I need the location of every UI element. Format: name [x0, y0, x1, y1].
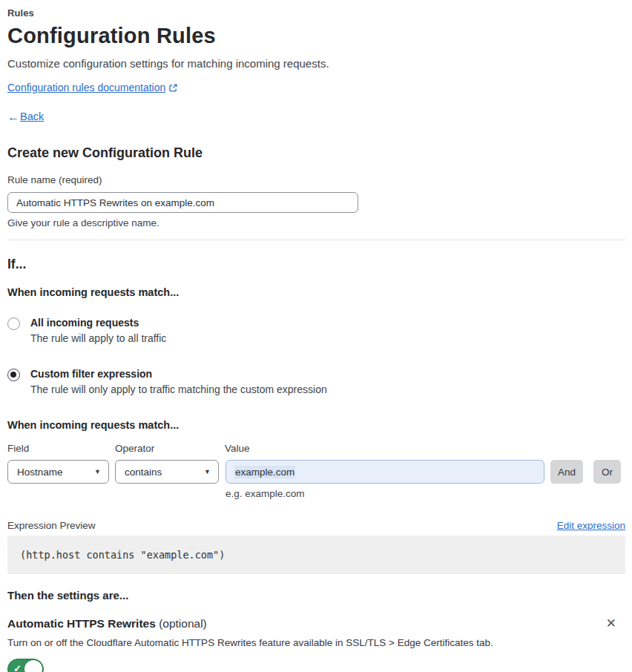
value-label: Value — [225, 443, 250, 455]
if-heading: If... — [7, 257, 625, 272]
radio-label: Custom filter expression — [30, 368, 327, 381]
radio-label: All incoming requests — [30, 317, 166, 329]
operator-select-value: contains — [125, 467, 162, 478]
rule-name-helper: Give your rule a descriptive name. — [7, 217, 625, 229]
edit-expression-link[interactable]: Edit expression — [557, 520, 625, 532]
breadcrumb: Rules — [7, 7, 625, 19]
automatic-https-rewrites-toggle[interactable]: ✓ — [7, 659, 44, 672]
expression-preview-label: Expression Preview — [7, 520, 96, 532]
back-link[interactable]: Back — [20, 111, 44, 123]
expression-code-box: (http.host contains "example.com") — [7, 536, 625, 574]
setting-title: Automatic HTTPS Rewrites — [7, 617, 156, 630]
match-type-heading: When incoming requests match... — [7, 286, 625, 299]
documentation-link-row: Configuration rules documentation — [7, 82, 625, 94]
external-link-icon — [168, 83, 178, 93]
documentation-link[interactable]: Configuration rules documentation — [7, 82, 165, 94]
configuration-rules-page: Rules Configuration Rules Customize conf… — [0, 0, 632, 672]
create-rule-heading: Create new Configuration Rule — [7, 145, 625, 161]
or-button[interactable]: Or — [593, 460, 621, 484]
value-helper: e.g. example.com — [226, 488, 625, 500]
check-icon: ✓ — [13, 663, 22, 672]
value-input-text: example.com — [234, 466, 295, 478]
chevron-down-icon: ▼ — [94, 468, 101, 475]
field-select-value: Hostname — [17, 467, 63, 478]
back-link-row: ← Back — [7, 111, 625, 123]
section-divider — [7, 240, 625, 240]
radio-description: The rule will only apply to traffic matc… — [30, 383, 327, 396]
radio-selected-icon[interactable] — [7, 369, 20, 381]
operator-label: Operator — [115, 443, 225, 455]
radio-option-custom-filter[interactable]: Custom filter expression The rule will o… — [7, 368, 625, 396]
builder-controls-row: Hostname ▼ contains ▼ example.com And Or — [7, 460, 625, 484]
rule-name-label: Rule name (required) — [7, 174, 625, 186]
expression-preview-row: Expression Preview Edit expression — [7, 520, 625, 532]
builder-labels-row: Field Operator Value — [7, 443, 625, 455]
radio-option-all-requests[interactable]: All incoming requests The rule will appl… — [7, 317, 625, 345]
setting-description: Turn on or off the Cloudflare Automatic … — [7, 637, 625, 649]
toggle-knob — [24, 660, 42, 672]
expression-code: (http.host contains "example.com") — [20, 549, 225, 561]
setting-card-header: Automatic HTTPS Rewrites (optional) ✕ — [7, 616, 625, 630]
field-select[interactable]: Hostname ▼ — [7, 460, 109, 484]
back-arrow-icon: ← — [7, 111, 19, 123]
then-settings-heading: Then the settings are... — [7, 589, 625, 602]
radio-unselected-icon[interactable] — [7, 317, 20, 330]
chevron-down-icon: ▼ — [204, 468, 211, 475]
close-icon[interactable]: ✕ — [603, 617, 619, 630]
value-input[interactable]: example.com — [226, 460, 544, 484]
operator-select[interactable]: contains ▼ — [115, 460, 219, 484]
page-subtitle: Customize configuration settings for mat… — [7, 57, 625, 70]
setting-optional-label: (optional) — [159, 617, 207, 630]
rule-name-input[interactable] — [7, 192, 358, 213]
and-button[interactable]: And — [550, 460, 583, 484]
field-label: Field — [7, 443, 115, 455]
builder-heading: When incoming requests match... — [7, 418, 625, 432]
page-title: Configuration Rules — [7, 23, 625, 48]
radio-description: The rule will apply to all traffic — [30, 332, 166, 345]
